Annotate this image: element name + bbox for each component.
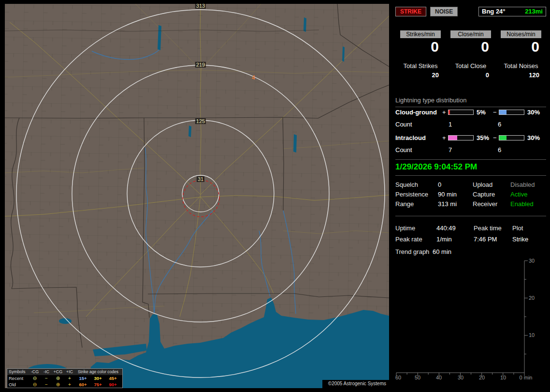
cg-minus-count: 6 <box>497 121 546 128</box>
legend-col-pos-ic: +IC <box>64 369 75 375</box>
peak-time-label: Peak time <box>474 224 512 232</box>
stats-row: Uptime 440:49 Peak time Plot <box>395 223 546 234</box>
panel-top-row: STRIKE NOISE Bng 24° 213mi <box>395 7 546 16</box>
capture-status: Active <box>510 191 546 198</box>
status-row: Persistence 90 min Capture Active <box>395 189 546 199</box>
pos-ic-symbol-icon: + <box>64 381 75 388</box>
peak-rate-label: Peak rate <box>395 236 436 243</box>
trend-graph: 30 20 10 60 50 40 30 20 10 0 min <box>395 260 546 384</box>
peak-rate-value: 1/min <box>436 236 474 243</box>
divider <box>395 216 546 216</box>
status-row: Range 313 mi Receiver Enabled <box>395 199 546 209</box>
distribution-title: Lightning type distribution <box>395 97 546 107</box>
age-code: 30+ <box>90 375 105 381</box>
intracloud-count-row: Count 7 6 <box>395 146 546 154</box>
legend-old-row: Old ⊖ − ⊕ + 60+ 75+ 90+ <box>7 381 122 388</box>
persistence-value: 90 min <box>438 191 473 198</box>
total-noises-value: 120 <box>496 71 546 79</box>
trend-x-tick: 40 <box>436 375 442 380</box>
map-view[interactable]: 313 219 125 31 4 Symbols -CG -IC +CG +IC… <box>5 4 389 388</box>
trend-y-tick: 10 <box>529 332 535 338</box>
neg-ic-symbol-icon: − <box>41 375 52 381</box>
noise-button[interactable]: NOISE <box>430 7 458 16</box>
trend-x-tick: 60 <box>395 375 401 380</box>
count-label: Count <box>395 146 448 154</box>
range-value: 313 mi <box>438 200 473 208</box>
trend-x-tick: 0 min <box>520 375 533 380</box>
neg-cg-symbol-icon: ⊖ <box>29 375 41 381</box>
total-strikes-label: Total Strikes <box>404 62 438 70</box>
total-close-label: Total Close <box>455 62 486 70</box>
legend-col-neg-cg: -CG <box>29 369 41 375</box>
neg-cg-symbol-icon: ⊖ <box>29 381 41 388</box>
trend-x-tick: 50 <box>415 375 420 380</box>
pos-ic-symbol-icon: + <box>64 375 75 381</box>
ic-minus-bar <box>499 135 524 140</box>
strike-count-marker: 4 <box>252 74 255 81</box>
cloud-ground-count-row: Count 1 6 <box>395 121 546 128</box>
age-code: 60+ <box>75 381 90 388</box>
ic-plus-count: 7 <box>448 146 497 154</box>
age-code: 90+ <box>105 381 120 388</box>
plot-label: Plot <box>512 224 546 232</box>
strikes-per-min-value: 0 <box>395 39 446 55</box>
legend-recent-row: Recent ⊖ − ⊕ + 15+ 30+ 45+ <box>7 375 122 381</box>
uptime-label: Uptime <box>395 224 436 232</box>
squelch-value: 0 <box>438 181 473 188</box>
legend-age-header: Strike age color codes <box>75 369 121 375</box>
receiver-label: Receiver <box>473 200 510 208</box>
trend-x-tick: 10 <box>500 375 506 380</box>
neg-ic-symbol-icon: − <box>41 381 52 388</box>
trend-graph-header: Trend graph 60 min <box>395 248 546 255</box>
bearing-label: Bng 24° <box>482 7 506 16</box>
capture-label: Capture <box>473 191 510 198</box>
age-code: 15+ <box>75 375 90 381</box>
legend-symbols-title: Symbols <box>9 369 29 375</box>
status-row: Squelch 0 Upload Disabled <box>395 180 546 189</box>
plus-sign: + <box>442 109 448 116</box>
ic-minus-count: 6 <box>497 146 546 154</box>
bearing-value: 213mi <box>525 7 543 16</box>
map-legend: Symbols -CG -IC +CG +IC Strike age color… <box>7 368 123 388</box>
strike-button[interactable]: STRIKE <box>395 7 426 16</box>
close-per-min-label: Close/min <box>450 30 491 38</box>
legend-col-neg-ic: -IC <box>41 369 52 375</box>
divider <box>395 159 546 160</box>
bearing-display: Bng 24° 213mi <box>478 7 546 16</box>
stats-grid: Uptime 440:49 Peak time Plot Peak rate 1… <box>395 223 546 245</box>
trend-graph-label: Trend graph <box>395 248 433 255</box>
cloud-ground-row: Cloud-ground + 5% − 30% <box>395 109 546 115</box>
intracloud-label: Intracloud <box>395 134 442 141</box>
cg-minus-bar <box>499 110 524 115</box>
pos-cg-symbol-icon: ⊕ <box>52 375 64 381</box>
uptime-value: 440:49 <box>436 224 474 232</box>
pos-cg-symbol-icon: ⊕ <box>52 381 64 388</box>
intracloud-row: Intracloud + 35% − 30% <box>395 134 546 141</box>
noises-per-min-value: 0 <box>496 39 546 55</box>
copyright-text: ©2005 Astrogenic Systems <box>322 380 389 388</box>
total-strikes-value: 20 <box>395 71 446 79</box>
upload-status: Disabled <box>510 181 546 188</box>
noises-per-min-label: Noises/min <box>501 30 541 38</box>
stats-row: Peak rate 1/min 7:46 PM Strike <box>395 234 546 245</box>
cg-plus-bar <box>448 110 474 115</box>
legend-row-label: Recent <box>9 375 29 381</box>
total-labels-row: Total Strikes Total Close Total Noises <box>395 62 546 70</box>
age-code: 45+ <box>105 375 120 381</box>
close-per-min-value: 0 <box>446 39 496 55</box>
peak-time-value: 7:46 PM <box>474 236 512 243</box>
trend-y-tick: 20 <box>529 295 535 301</box>
strikes-per-min-label: Strikes/min <box>400 30 441 38</box>
cloud-ground-label: Cloud-ground <box>395 109 442 116</box>
legend-row-label: Old <box>9 381 29 388</box>
ic-plus-bar <box>448 135 474 140</box>
cg-minus-bar-fill <box>499 110 507 114</box>
persistence-label: Persistence <box>395 191 438 198</box>
legend-header-row: Symbols -CG -IC +CG +IC Strike age color… <box>7 369 122 375</box>
rate-labels-row: Strikes/min Close/min Noises/min <box>395 30 546 38</box>
trend-x-tick: 20 <box>479 375 485 380</box>
range-ring-label: 313 <box>195 4 206 9</box>
rate-values-row: 0 0 0 <box>395 39 546 55</box>
ic-minus-bar-fill <box>499 136 507 140</box>
cg-minus-pct: 30% <box>526 109 544 116</box>
